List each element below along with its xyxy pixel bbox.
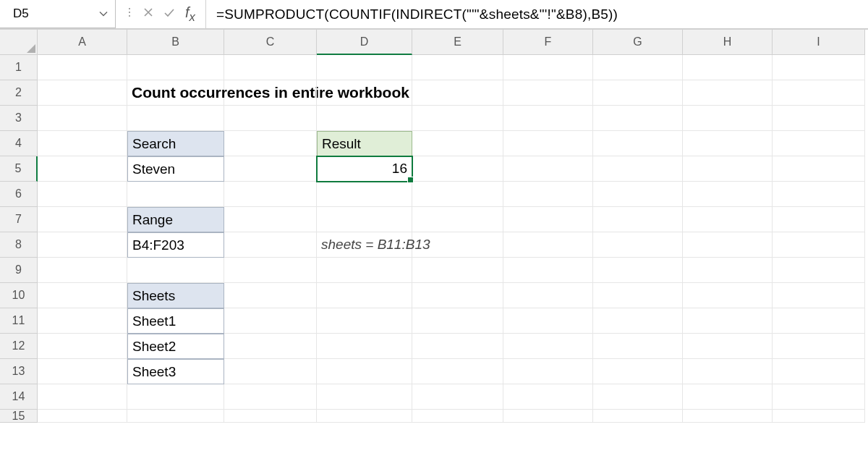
cell-B2[interactable]: Count occurrences in entire workbook: [127, 80, 224, 106]
cell-F13[interactable]: [503, 359, 593, 384]
cell-G3[interactable]: [593, 106, 683, 131]
cell-B4[interactable]: Search: [127, 131, 224, 156]
cell-C8[interactable]: [224, 232, 317, 258]
row-header[interactable]: 1: [0, 55, 38, 80]
cell-I2[interactable]: [773, 80, 865, 106]
cell-I14[interactable]: [773, 384, 865, 410]
cell-G6[interactable]: [593, 182, 683, 207]
cell-D10[interactable]: [317, 283, 412, 308]
cell-A15[interactable]: [38, 410, 127, 423]
cell-I7[interactable]: [773, 207, 865, 232]
cell-I8[interactable]: [773, 232, 865, 258]
cell-E13[interactable]: [412, 359, 503, 384]
cell-E6[interactable]: [412, 182, 503, 207]
cell-H8[interactable]: [683, 232, 773, 258]
cell-D1[interactable]: [317, 55, 412, 80]
cell-A4[interactable]: [38, 131, 127, 156]
row-header[interactable]: 6: [0, 182, 38, 207]
cell-E4[interactable]: [412, 131, 503, 156]
col-header-H[interactable]: H: [683, 30, 773, 55]
cell-A2[interactable]: [38, 80, 127, 106]
cell-G12[interactable]: [593, 334, 683, 359]
cell-C3[interactable]: [224, 106, 317, 131]
cell-G14[interactable]: [593, 384, 683, 410]
cell-B3[interactable]: [127, 106, 224, 131]
row-header[interactable]: 2: [0, 80, 38, 106]
cell-H7[interactable]: [683, 207, 773, 232]
cell-F4[interactable]: [503, 131, 593, 156]
col-header-C[interactable]: C: [224, 30, 317, 55]
cell-H3[interactable]: [683, 106, 773, 131]
cell-E9[interactable]: [412, 258, 503, 283]
cell-F11[interactable]: [503, 308, 593, 334]
cell-I15[interactable]: [773, 410, 865, 423]
cell-F8[interactable]: [503, 232, 593, 258]
cell-C12[interactable]: [224, 334, 317, 359]
cell-G15[interactable]: [593, 410, 683, 423]
spreadsheet-grid[interactable]: A B C D E F G H I 1 2 Count occurrences …: [0, 29, 868, 435]
cell-I13[interactable]: [773, 359, 865, 384]
row-header[interactable]: 15: [0, 410, 38, 423]
cell-A9[interactable]: [38, 258, 127, 283]
cell-D9[interactable]: [317, 258, 412, 283]
row-header[interactable]: 8: [0, 232, 38, 258]
cell-H12[interactable]: [683, 334, 773, 359]
cell-D3[interactable]: [317, 106, 412, 131]
cell-C9[interactable]: [224, 258, 317, 283]
row-header[interactable]: 9: [0, 258, 38, 283]
cell-B5[interactable]: Steven: [127, 156, 224, 182]
cell-G8[interactable]: [593, 232, 683, 258]
cell-F1[interactable]: [503, 55, 593, 80]
row-header[interactable]: 7: [0, 207, 38, 232]
fx-icon[interactable]: fx: [185, 4, 195, 25]
cell-E2[interactable]: [412, 80, 503, 106]
cell-F3[interactable]: [503, 106, 593, 131]
cell-E3[interactable]: [412, 106, 503, 131]
cell-F2[interactable]: [503, 80, 593, 106]
cell-G1[interactable]: [593, 55, 683, 80]
cell-A6[interactable]: [38, 182, 127, 207]
cell-G4[interactable]: [593, 131, 683, 156]
cell-D11[interactable]: [317, 308, 412, 334]
cell-E12[interactable]: [412, 334, 503, 359]
cell-D8[interactable]: sheets = B11:B13: [317, 232, 412, 258]
cell-B7[interactable]: Range: [127, 207, 224, 232]
cell-G2[interactable]: [593, 80, 683, 106]
cell-D4[interactable]: Result: [317, 131, 412, 156]
row-header[interactable]: 11: [0, 308, 38, 334]
cell-E14[interactable]: [412, 384, 503, 410]
cell-C5[interactable]: [224, 156, 317, 182]
accept-icon[interactable]: [163, 7, 175, 22]
row-header[interactable]: 13: [0, 359, 38, 384]
cell-A13[interactable]: [38, 359, 127, 384]
cell-E11[interactable]: [412, 308, 503, 334]
cell-A1[interactable]: [38, 55, 127, 80]
cell-H5[interactable]: [683, 156, 773, 182]
row-header[interactable]: 3: [0, 106, 38, 131]
cell-F15[interactable]: [503, 410, 593, 423]
cell-A8[interactable]: [38, 232, 127, 258]
cell-I11[interactable]: [773, 308, 865, 334]
cell-F14[interactable]: [503, 384, 593, 410]
cell-C4[interactable]: [224, 131, 317, 156]
cell-H14[interactable]: [683, 384, 773, 410]
cell-A11[interactable]: [38, 308, 127, 334]
name-box[interactable]: D5: [0, 0, 116, 28]
cell-E7[interactable]: [412, 207, 503, 232]
cell-I9[interactable]: [773, 258, 865, 283]
col-header-I[interactable]: I: [773, 30, 865, 55]
cell-D15[interactable]: [317, 410, 412, 423]
row-header[interactable]: 10: [0, 283, 38, 308]
cell-G10[interactable]: [593, 283, 683, 308]
cell-H9[interactable]: [683, 258, 773, 283]
cell-C2[interactable]: [224, 80, 317, 106]
cell-C13[interactable]: [224, 359, 317, 384]
cell-E1[interactable]: [412, 55, 503, 80]
formula-input[interactable]: =SUMPRODUCT(COUNTIF(INDIRECT("'"&sheets&…: [206, 0, 868, 28]
row-header[interactable]: 12: [0, 334, 38, 359]
cell-H10[interactable]: [683, 283, 773, 308]
row-header[interactable]: 14: [0, 384, 38, 410]
cell-I4[interactable]: [773, 131, 865, 156]
cell-G11[interactable]: [593, 308, 683, 334]
col-header-B[interactable]: B: [127, 30, 224, 55]
